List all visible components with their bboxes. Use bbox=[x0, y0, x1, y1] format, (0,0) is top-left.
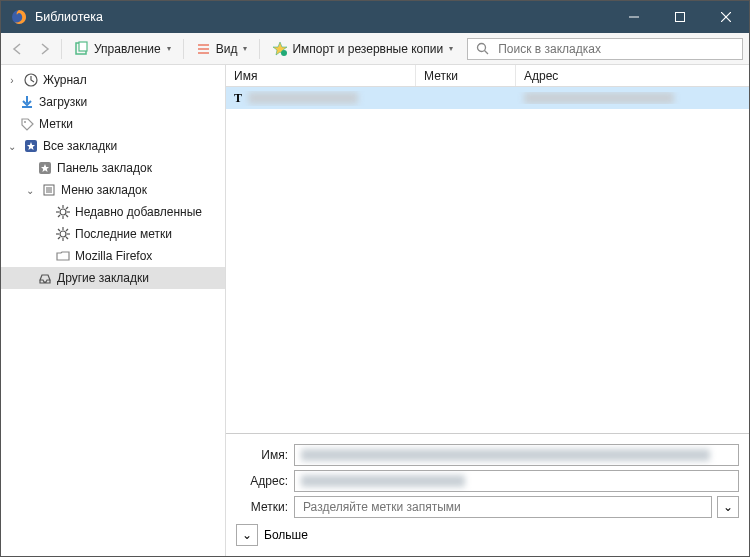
svg-rect-2 bbox=[676, 13, 685, 22]
sidebar-label: Mozilla Firefox bbox=[75, 249, 152, 263]
sidebar-item-recently-added[interactable]: Недавно добавленные bbox=[1, 201, 225, 223]
list-row[interactable]: T bbox=[226, 87, 749, 109]
details-address-label: Адрес: bbox=[236, 474, 288, 488]
bookmark-star-grey-icon bbox=[37, 160, 53, 176]
svg-line-33 bbox=[58, 215, 60, 217]
forward-button[interactable] bbox=[33, 38, 55, 60]
column-header-tags[interactable]: Метки bbox=[416, 65, 516, 86]
chevron-down-icon: ⌄ bbox=[723, 500, 733, 514]
expand-icon[interactable]: › bbox=[5, 75, 19, 86]
bookmark-star-icon bbox=[23, 138, 39, 154]
redacted-name-value bbox=[301, 449, 710, 461]
svg-point-12 bbox=[477, 44, 485, 52]
chevron-down-icon: ▾ bbox=[167, 44, 171, 53]
collapse-icon[interactable]: ⌄ bbox=[23, 185, 37, 196]
details-tags-label: Метки: bbox=[236, 500, 288, 514]
sidebar: › Журнал Загрузки Метки ⌄ Все закладки П… bbox=[1, 65, 226, 556]
sidebar-item-tags[interactable]: Метки bbox=[1, 113, 225, 135]
chevron-down-icon: ▾ bbox=[243, 44, 247, 53]
svg-line-30 bbox=[58, 207, 60, 209]
back-button[interactable] bbox=[7, 38, 29, 60]
folder-icon bbox=[55, 248, 71, 264]
sidebar-label: Журнал bbox=[43, 73, 87, 87]
sidebar-item-recent-tags[interactable]: Последние метки bbox=[1, 223, 225, 245]
sidebar-label: Панель закладок bbox=[57, 161, 152, 175]
maximize-button[interactable] bbox=[657, 1, 703, 33]
list-icon bbox=[196, 41, 212, 57]
svg-line-13 bbox=[484, 51, 488, 55]
manage-label: Управление bbox=[94, 42, 161, 56]
column-header-name[interactable]: Имя bbox=[226, 65, 416, 86]
svg-line-40 bbox=[66, 237, 68, 239]
redacted-address-value bbox=[301, 475, 465, 487]
chevron-down-icon: ▾ bbox=[449, 44, 453, 53]
view-label: Вид bbox=[216, 42, 238, 56]
sidebar-label: Загрузки bbox=[39, 95, 87, 109]
svg-point-11 bbox=[281, 50, 287, 56]
redacted-name bbox=[248, 92, 358, 104]
svg-line-41 bbox=[66, 229, 68, 231]
sidebar-item-history[interactable]: › Журнал bbox=[1, 69, 225, 91]
search-input[interactable] bbox=[496, 41, 736, 57]
download-icon bbox=[19, 94, 35, 110]
close-button[interactable] bbox=[703, 1, 749, 33]
window-title: Библиотека bbox=[35, 10, 103, 24]
manage-menu[interactable]: Управление ▾ bbox=[68, 37, 177, 61]
star-icon bbox=[272, 41, 288, 57]
import-label: Импорт и резервные копии bbox=[292, 42, 443, 56]
svg-line-39 bbox=[58, 229, 60, 231]
svg-line-32 bbox=[66, 207, 68, 209]
manage-icon bbox=[74, 41, 90, 57]
tags-dropdown-button[interactable]: ⌄ bbox=[717, 496, 739, 518]
import-backup-menu[interactable]: Импорт и резервные копии ▾ bbox=[266, 37, 459, 61]
main-panel: Имя Метки Адрес T bbox=[226, 65, 749, 556]
sidebar-item-bookmarks-menu[interactable]: ⌄ Меню закладок bbox=[1, 179, 225, 201]
details-name-label: Имя: bbox=[236, 448, 288, 462]
svg-point-34 bbox=[60, 231, 66, 237]
svg-line-31 bbox=[66, 215, 68, 217]
menu-list-icon bbox=[41, 182, 57, 198]
sidebar-label: Последние метки bbox=[75, 227, 172, 241]
text-item-icon: T bbox=[234, 91, 242, 106]
gear-icon bbox=[55, 226, 71, 242]
sidebar-label: Метки bbox=[39, 117, 73, 131]
collapse-icon[interactable]: ⌄ bbox=[5, 141, 19, 152]
redacted-address bbox=[524, 92, 674, 104]
sidebar-label: Меню закладок bbox=[61, 183, 147, 197]
details-name-field[interactable] bbox=[294, 444, 739, 466]
sidebar-label: Другие закладки bbox=[57, 271, 149, 285]
tray-icon bbox=[37, 270, 53, 286]
svg-point-16 bbox=[24, 121, 26, 123]
svg-line-42 bbox=[58, 237, 60, 239]
svg-rect-6 bbox=[79, 42, 87, 51]
sidebar-item-downloads[interactable]: Загрузки bbox=[1, 91, 225, 113]
details-address-field[interactable] bbox=[294, 470, 739, 492]
chevron-down-icon: ⌄ bbox=[242, 528, 252, 542]
minimize-button[interactable] bbox=[611, 1, 657, 33]
column-header-address[interactable]: Адрес bbox=[516, 65, 749, 86]
search-box[interactable] bbox=[467, 38, 743, 60]
sidebar-item-all-bookmarks[interactable]: ⌄ Все закладки bbox=[1, 135, 225, 157]
toolbar: Управление ▾ Вид ▾ Импорт и резервные ко… bbox=[1, 33, 749, 65]
tag-icon bbox=[19, 116, 35, 132]
list-body[interactable]: T bbox=[226, 87, 749, 433]
clock-icon bbox=[23, 72, 39, 88]
details-pane: Имя: Адрес: Метки: ⌄ ⌄ Больше bbox=[226, 434, 749, 556]
svg-point-25 bbox=[60, 209, 66, 215]
details-tags-field[interactable] bbox=[294, 496, 712, 518]
gear-icon bbox=[55, 204, 71, 220]
search-icon bbox=[474, 41, 490, 57]
more-label: Больше bbox=[264, 528, 308, 542]
details-tags-input[interactable] bbox=[301, 499, 705, 515]
sidebar-label: Недавно добавленные bbox=[75, 205, 202, 219]
sidebar-item-mozilla-firefox[interactable]: Mozilla Firefox bbox=[1, 245, 225, 267]
sidebar-label: Все закладки bbox=[43, 139, 117, 153]
list-header: Имя Метки Адрес bbox=[226, 65, 749, 87]
view-menu[interactable]: Вид ▾ bbox=[190, 37, 254, 61]
library-window: Библиотека Управление ▾ Вид ▾ Импорт и р… bbox=[0, 0, 750, 557]
sidebar-item-bookmarks-toolbar[interactable]: Панель закладок bbox=[1, 157, 225, 179]
more-expand-button[interactable]: ⌄ bbox=[236, 524, 258, 546]
firefox-icon bbox=[11, 9, 27, 25]
sidebar-item-other-bookmarks[interactable]: Другие закладки bbox=[1, 267, 225, 289]
bookmark-list: Имя Метки Адрес T bbox=[226, 65, 749, 434]
